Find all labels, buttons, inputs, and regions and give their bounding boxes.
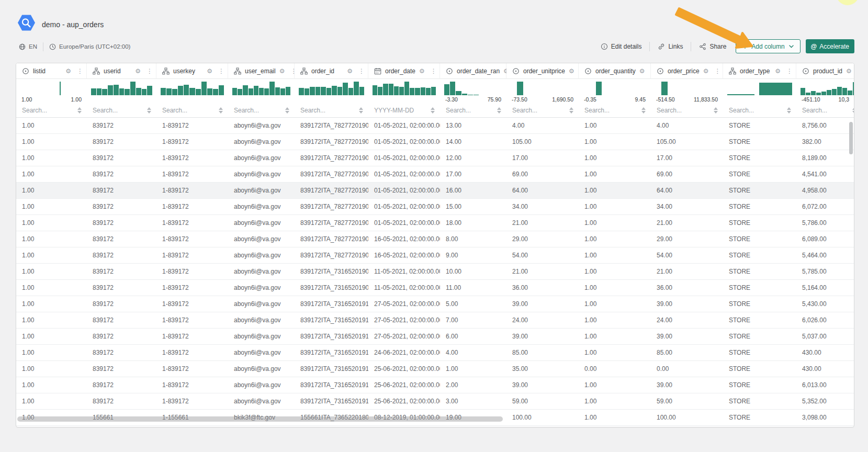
table-row[interactable]: 1.008391721-839172aboyn6i@va.gov839172IT… [16,199,854,215]
table-cell: 2.00 [440,381,506,389]
sort-icon[interactable] [147,107,151,114]
column-drag-handle-icon[interactable]: ⋮ [77,68,83,74]
table-row[interactable]: 1.008391721-839172aboyn6i@va.gov839172IT… [16,247,854,264]
column-settings-gear-icon[interactable]: ⚙ [639,68,645,74]
column-header[interactable]: order_date_ran⚙⋮ [440,63,506,79]
column-drag-handle-icon[interactable]: ⋮ [714,68,720,74]
table-cell: 1-839172 [156,333,228,340]
table-cell: aboyn6i@va.gov [228,187,295,194]
table-cell: 839172 [87,252,156,259]
search-input[interactable]: Search... [440,104,506,118]
column-settings-gear-icon[interactable]: ⚙ [703,68,709,74]
column-settings-gear-icon[interactable]: ⚙ [207,68,212,74]
search-input[interactable]: Search... [16,104,87,118]
edit-details-button[interactable]: Edit details [600,43,643,50]
table-cell: 3,098.00 [796,414,854,421]
language-selector[interactable]: EN [19,43,37,50]
table-cell: 18.00 [440,219,506,227]
sort-icon[interactable] [431,107,435,114]
column-header[interactable]: order_id⚙⋮ [295,63,368,79]
table-row[interactable]: 1.008391721-839172aboyn6i@va.gov839172IT… [16,134,854,150]
column-drag-handle-icon[interactable]: ⋮ [146,68,153,74]
search-input[interactable]: Search... [228,104,295,118]
column-header[interactable]: order_type⚙⋮ [723,63,796,79]
search-input[interactable]: Search... [796,104,854,118]
table-cell: 17.00 [651,154,723,162]
search-input[interactable]: Search... [156,104,228,118]
search-input[interactable]: Search... [579,104,651,118]
column-drag-handle-icon[interactable]: ⋮ [786,68,793,74]
numeric-type-icon [22,67,29,75]
column-header[interactable]: listid⚙⋮ [16,63,87,79]
search-input[interactable]: Search... [295,104,368,118]
table-row[interactable]: 1.008391721-839172aboyn6i@va.gov839172IT… [16,280,854,296]
table-cell: 839172ITA_7827720190920... [295,235,368,243]
search-input[interactable]: YYYY-MM-DD [368,104,440,118]
sort-icon[interactable] [641,107,646,114]
search-input[interactable]: Search... [506,104,579,118]
table-row[interactable]: 1.008391721-839172aboyn6i@va.gov839172IT… [16,231,854,247]
table-cell: 839172ITA_7827720190905... [295,219,368,227]
sort-icon[interactable] [359,107,363,114]
column-header[interactable]: order_quantity⚙⋮ [579,63,651,79]
table-row[interactable]: 1.008391721-839172aboyn6i@va.gov839172IT… [16,264,854,280]
column-header[interactable]: order_unitprice⚙⋮ [506,63,579,79]
search-input[interactable]: Search... [723,104,796,118]
column-header[interactable]: order_price⚙⋮ [651,63,723,79]
histogram-bar [354,82,359,95]
table-row[interactable]: 1.008391721-839172aboyn6i@va.gov839172IT… [16,215,854,231]
column-settings-gear-icon[interactable]: ⚙ [135,68,141,74]
sort-icon[interactable] [787,107,791,114]
table-row[interactable]: 1.008391721-839172aboyn6i@va.gov839172IT… [16,345,854,361]
column-header[interactable]: user_email⚙⋮ [228,63,295,79]
add-column-button[interactable]: + Add column [736,39,800,53]
horizontal-scrollbar[interactable] [17,416,503,422]
column-settings-gear-icon[interactable]: ⚙ [65,68,71,74]
column-header[interactable]: order_date⚙⋮ [368,63,440,79]
column-drag-handle-icon[interactable]: ⋮ [218,68,224,74]
table-row[interactable]: 1.008391721-839172aboyn6i@va.gov839172IT… [16,393,854,410]
table-cell: 100.00 [506,414,579,421]
sort-icon[interactable] [852,107,854,114]
table-row[interactable]: 1.008391721-839172aboyn6i@va.gov839172IT… [16,118,854,134]
sort-icon[interactable] [497,107,501,114]
column-settings-gear-icon[interactable]: ⚙ [846,68,852,74]
table-row[interactable]: 1.008391721-839172aboyn6i@va.gov839172IT… [16,296,854,312]
sort-icon[interactable] [569,107,573,114]
search-input[interactable]: Search... [651,104,723,118]
sort-icon[interactable] [285,107,289,114]
table-row[interactable]: 1.008391721-839172aboyn6i@va.gov839172IT… [16,361,854,377]
sort-icon[interactable] [219,107,223,114]
column-header[interactable]: product_id⚙⋮ [796,63,854,79]
column-header[interactable]: userkey⚙⋮ [156,63,228,79]
add-column-label: Add column [751,43,784,50]
column-settings-gear-icon[interactable]: ⚙ [419,68,425,74]
table-row[interactable]: 1.008391721-839172aboyn6i@va.gov839172IT… [16,166,854,183]
column-settings-gear-icon[interactable]: ⚙ [569,68,574,74]
table-cell: 1.00 [16,381,87,389]
table-cell: 11.00 [440,284,506,291]
table-row[interactable]: 1.008391721-839172aboyn6i@va.gov839172IT… [16,329,854,345]
column-drag-handle-icon[interactable]: ⋮ [431,68,437,74]
share-button[interactable]: Share [698,43,727,50]
table-cell: 34.00 [651,203,723,210]
table-row[interactable]: 1.008391721-839172aboyn6i@va.gov839172IT… [16,377,854,393]
table-row[interactable]: 1.008391721-839172aboyn6i@va.gov839172IT… [16,150,854,166]
table-cell: 839172ITA_7316520191030... [295,365,368,372]
sort-icon[interactable] [714,107,718,114]
histogram-bar [848,91,852,95]
accelerate-button[interactable]: @ Accelerate [806,39,854,53]
table-cell: 1-839172 [156,349,228,356]
sort-icon[interactable] [77,107,82,114]
column-settings-gear-icon[interactable]: ⚙ [347,68,353,74]
table-row[interactable]: 1.008391721-839172aboyn6i@va.gov839172IT… [16,183,854,199]
links-button[interactable]: Links [657,43,684,50]
table-row[interactable]: 1.008391721-839172aboyn6i@va.gov839172IT… [16,312,854,329]
column-settings-gear-icon[interactable]: ⚙ [775,68,781,74]
column-drag-handle-icon[interactable]: ⋮ [358,68,365,74]
table-cell: 839172 [87,138,156,145]
search-input[interactable]: Search... [87,104,156,118]
column-header[interactable]: userid⚙⋮ [87,63,156,79]
vertical-scrollbar[interactable] [849,122,853,154]
column-settings-gear-icon[interactable]: ⚙ [279,68,285,74]
